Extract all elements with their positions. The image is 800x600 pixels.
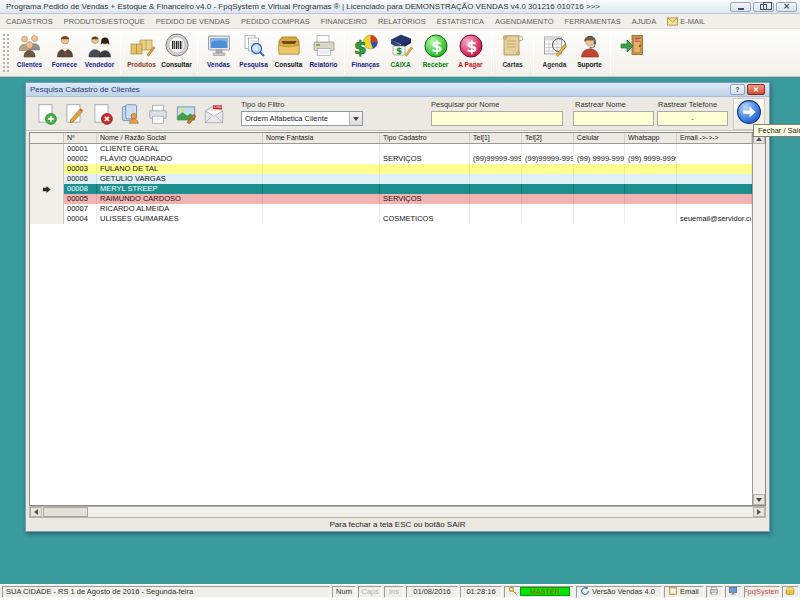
toolbar-separator — [120, 32, 121, 74]
toolbar-button-vendedor[interactable]: Vendedor — [82, 31, 117, 68]
cell-email — [677, 174, 752, 184]
menu-item-ferramentas[interactable]: FERRAMENTAS — [565, 17, 621, 26]
dollar-green-icon: $ — [422, 32, 450, 60]
menu-item-pedido-de-vendas[interactable]: PEDIDO DE VENDAS — [156, 17, 230, 26]
scroll-left-icon[interactable] — [30, 507, 42, 517]
column-header-nome-fantasia[interactable]: Nome Fantasia — [263, 133, 380, 143]
row-gutter — [30, 204, 64, 214]
photo-icon — [174, 102, 198, 126]
monitor-icon — [728, 586, 740, 598]
scroll-down-icon[interactable] — [753, 494, 765, 505]
edit-record-button[interactable] — [60, 99, 87, 128]
monitor-icon — [205, 32, 233, 60]
toolbar-button-label: Clientes — [17, 61, 42, 68]
toolbar-button-caixa[interactable]: $CAIXA — [383, 31, 418, 68]
table-row-00007[interactable]: 00007RICARDO ALMEIDA — [30, 204, 752, 214]
table-row-00002[interactable]: 00002FLÁVIO QUADRADOSERVIÇOS(99)99999-99… — [30, 154, 752, 164]
restore-button[interactable] — [753, 2, 774, 12]
print-record-button[interactable] — [144, 99, 171, 128]
panel-help-button[interactable]: ? — [730, 84, 745, 95]
column-header-tel-2[interactable]: Tel[2] — [522, 133, 574, 143]
cell-celular — [574, 204, 625, 214]
drawer-icon — [275, 32, 303, 60]
table-row-00006[interactable]: 00006GETULIO VARGAS — [30, 174, 752, 184]
delete-record-button[interactable] — [88, 99, 115, 128]
column-header-tipo-cadastro[interactable]: Tipo Cadastro — [380, 133, 470, 143]
svg-text:EXIT: EXIT — [635, 39, 641, 42]
toolbar-button-label: Agenda — [543, 61, 567, 68]
toolbar-button-clientes[interactable]: Clientes — [12, 31, 47, 68]
cell-email — [677, 204, 752, 214]
add-icon — [34, 102, 58, 126]
menu-item-produtos-estoque[interactable]: PRODUTOS/ESTOQUE — [64, 17, 145, 26]
toolbar-button-agenda[interactable]: Agenda — [537, 31, 572, 68]
menu-item-label: E-MAIL — [680, 17, 705, 26]
minimize-button[interactable] — [730, 2, 751, 12]
table-row-00003[interactable]: 00003FULANO DE TAL — [30, 164, 752, 174]
close-icon: ✕ — [783, 3, 790, 11]
toolbar-button-a-pagar[interactable]: $A Pagar — [453, 31, 488, 68]
toolbar-button-suporte[interactable]: Suporte — [572, 31, 607, 68]
toolbar-button-exit-door[interactable]: EXIT — [614, 31, 649, 61]
toolbar-grip — [2, 33, 10, 73]
toolbar-button-produtos[interactable]: Produtos — [124, 31, 159, 68]
table-row-00001[interactable]: 00001CLIENTE GERAL — [30, 144, 752, 154]
status-master-badge: MASTER — [520, 587, 570, 596]
menu-item-label: FERRAMENTAS — [565, 17, 621, 26]
toolbar-button-relat-rio[interactable]: Relatório — [306, 31, 341, 68]
cell-nome-fantasia — [263, 154, 380, 164]
menu-item-financeiro[interactable]: FINANCEIRO — [321, 17, 367, 26]
cell-whatsapp — [625, 184, 677, 194]
mail-record-button[interactable]: E-MAIL — [200, 99, 227, 128]
close-button[interactable]: ✕ — [776, 2, 797, 12]
menu-item-estatistica[interactable]: ESTATISTICA — [437, 17, 484, 26]
scroll-right-icon[interactable] — [753, 507, 765, 517]
column-header-celular[interactable]: Celular — [574, 133, 625, 143]
toolbar-button-consultar[interactable]: Consultar — [159, 31, 194, 68]
status-monitor-button[interactable] — [725, 586, 742, 598]
menu-item-ajuda[interactable]: AJUDA — [632, 17, 657, 26]
column-header-n[interactable]: Nº — [64, 133, 97, 143]
column-header-nome-raz-o-social[interactable]: Nome / Razão Social — [97, 133, 263, 143]
pesquisar-nome-input[interactable] — [431, 111, 563, 126]
photo-record-button[interactable] — [172, 99, 199, 128]
menu-item-e-mail[interactable]: E-MAIL — [667, 17, 705, 26]
toolbar-button-consulta[interactable]: Consulta — [271, 31, 306, 68]
menu-item-cadastros[interactable]: CADASTROS — [6, 17, 53, 26]
horizontal-scrollbar[interactable] — [29, 506, 766, 518]
column-header-tel-1[interactable]: Tel[1] — [470, 133, 522, 143]
contacts-record-button[interactable] — [116, 99, 143, 128]
scrollbar-thumb[interactable] — [43, 507, 88, 517]
toolbar-button-fornece[interactable]: Fornece — [47, 31, 82, 68]
add-record-button[interactable] — [32, 99, 59, 128]
menu-item-label: AJUDA — [632, 17, 657, 26]
vertical-scrollbar[interactable] — [752, 133, 765, 505]
cell-celular — [574, 184, 625, 194]
menu-item-label: CADASTROS — [6, 17, 53, 26]
status-email-button[interactable]: Email — [664, 586, 704, 598]
menu-item-pedido-compras[interactable]: PEDIDO COMPRAS — [241, 17, 310, 26]
column-header-whatsapp[interactable]: Whatsapp — [625, 133, 677, 143]
status-printer-button[interactable] — [706, 586, 723, 598]
rastrear-telefone-input[interactable]: - — [657, 111, 728, 126]
rastrear-nome-input[interactable] — [573, 111, 654, 126]
table-row-00008[interactable]: 00008MERYL STREEP — [30, 184, 752, 194]
record-action-buttons: E-MAIL — [32, 99, 227, 128]
panel-title-bar[interactable]: Pesquisa Cadastro de Clientes ? ✕ — [26, 83, 769, 97]
filter-type-dropdown[interactable]: Ordem Alfabetica Cliente — [241, 111, 363, 126]
toolbar-button-receber[interactable]: $Receber — [418, 31, 453, 68]
table-row-00004[interactable]: 00004ULISSES GUIMARAESCOSMETICOSseuemail… — [30, 214, 752, 224]
status-gold-button[interactable] — [782, 586, 799, 598]
table-row-00005[interactable]: 00005RAIMUNDO CARDOSOSERVIÇOS — [30, 194, 752, 204]
menu-item-relat-rios[interactable]: RELATÓRIOS — [378, 17, 426, 26]
toolbar-button-label: CAIXA — [390, 61, 410, 68]
chevron-down-icon[interactable] — [349, 112, 362, 125]
column-header-email[interactable]: Email ->->-> — [677, 133, 752, 143]
panel-close-button[interactable]: ✕ — [747, 84, 765, 95]
toolbar-button-cartas[interactable]: Cartas — [495, 31, 530, 68]
toolbar-button-vendas[interactable]: Vendas — [201, 31, 236, 68]
menu-item-agendamento[interactable]: AGENDAMENTO — [495, 17, 554, 26]
toolbar-button-finan-as[interactable]: $Finanças — [348, 31, 383, 68]
menu-item-label: PEDIDO DE VENDAS — [156, 17, 230, 26]
toolbar-button-pesquisa[interactable]: Pesquisa — [236, 31, 271, 68]
